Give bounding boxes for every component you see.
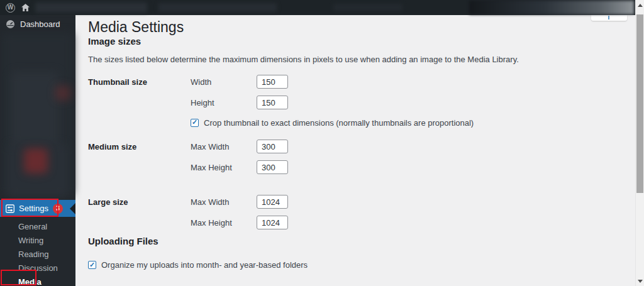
dashboard-gauge-icon — [6, 19, 15, 29]
organize-uploads-checkbox[interactable]: ✓ — [88, 261, 96, 269]
submenu-item-discussion[interactable]: Discussion — [0, 261, 75, 275]
large-max-width-input[interactable] — [257, 195, 288, 209]
wordpress-logo-icon[interactable]: W — [6, 3, 15, 13]
thumbnail-width-label: Width — [191, 77, 257, 87]
submenu-item-media[interactable]: Media — [0, 275, 75, 286]
vertical-scrollbar[interactable] — [635, 0, 644, 286]
thumbnail-height-input[interactable] — [257, 96, 288, 109]
redacted-toolbar-items — [158, 3, 277, 12]
submenu-item-writing[interactable]: Writing — [0, 234, 75, 248]
medium-size-label: Medium size — [88, 140, 191, 181]
organize-uploads-row: ✓ Organize my uploads into month- and ye… — [88, 260, 635, 270]
thumbnail-size-row: Thumbnail size Width Height ✓ Crop thumb… — [88, 75, 635, 129]
large-max-height-label: Max Height — [191, 218, 257, 228]
redacted-toolbar-items — [333, 4, 402, 11]
large-size-row: Large size Max Width Max Height — [88, 195, 635, 236]
scrollbar-thumb[interactable] — [636, 14, 643, 193]
medium-max-width-input[interactable] — [257, 140, 288, 153]
thumbnail-height-label: Height — [191, 98, 257, 107]
redacted-update-badge — [55, 85, 70, 101]
media-settings-page: Media Settings Image sizes The sizes lis… — [75, 15, 635, 286]
redacted-site-title — [35, 3, 147, 13]
redacted-account-menu — [469, 1, 634, 14]
large-max-width-label: Max Width — [191, 197, 257, 207]
medium-size-row: Medium size Max Width Max Height — [88, 140, 635, 181]
submenu-item-general[interactable]: General — [0, 220, 75, 234]
settings-update-badge: 3 — [53, 204, 63, 214]
redacted-update-badge — [24, 148, 48, 173]
thumbnail-width-input[interactable] — [257, 75, 288, 89]
settings-label: Settings — [19, 204, 48, 213]
medium-max-height-input[interactable] — [257, 160, 288, 174]
crop-thumbnail-label: Crop thumbnail to exact dimensions (norm… — [204, 118, 474, 128]
sidebar-item-dashboard[interactable]: Dashboard — [0, 15, 75, 33]
settings-submenu: General Writing Reading Discussion Media — [0, 220, 75, 286]
checkmark-icon: ✓ — [89, 261, 95, 268]
current-menu-arrow — [70, 203, 75, 214]
redacted-menu-items — [11, 72, 58, 147]
dashboard-label: Dashboard — [20, 19, 60, 29]
medium-max-width-label: Max Width — [191, 142, 257, 151]
image-sizes-description: The sizes listed below determine the max… — [88, 55, 635, 65]
large-size-label: Large size — [88, 195, 191, 236]
organize-uploads-label: Organize my uploads into month- and year… — [101, 260, 308, 270]
home-icon[interactable] — [21, 3, 30, 12]
help-tab[interactable] — [591, 15, 627, 21]
sidebar-item-settings[interactable]: Settings 3 — [0, 200, 75, 217]
medium-max-height-label: Max Height — [191, 163, 257, 172]
scroll-up-arrow-icon[interactable] — [638, 4, 643, 7]
settings-sliders-icon — [6, 204, 14, 213]
large-max-height-input[interactable] — [257, 216, 288, 229]
page-title: Media Settings — [88, 15, 635, 36]
submenu-item-reading[interactable]: Reading — [0, 248, 75, 261]
thumbnail-size-label: Thumbnail size — [88, 75, 191, 129]
crop-thumbnail-checkbox[interactable]: ✓ — [191, 119, 199, 127]
scroll-down-arrow-icon[interactable] — [638, 280, 643, 283]
checkmark-icon: ✓ — [192, 119, 197, 126]
image-sizes-heading: Image sizes — [88, 36, 635, 46]
help-tab-glyph — [608, 16, 609, 19]
admin-bar: W — [0, 0, 635, 15]
uploading-files-heading: Uploading Files — [88, 236, 635, 246]
admin-sidebar: Dashboard Settings 3 General Writing Rea… — [0, 15, 75, 286]
